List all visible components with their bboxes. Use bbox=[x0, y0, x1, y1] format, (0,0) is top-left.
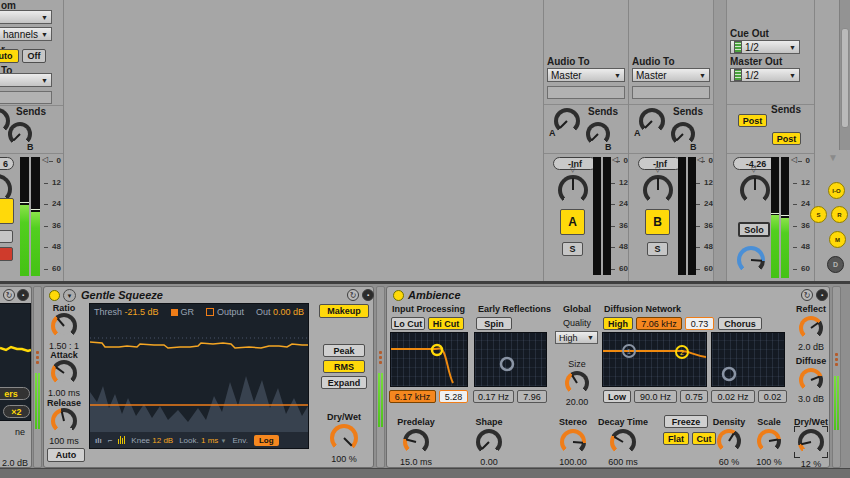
pan-knob[interactable] bbox=[740, 175, 770, 205]
display-pill-top[interactable]: ers bbox=[0, 387, 30, 400]
freeze-button[interactable]: Freeze bbox=[664, 415, 708, 428]
makeup-button[interactable]: Makeup bbox=[319, 304, 369, 318]
diffusion-lo-freq-value[interactable]: 90.0 Hz bbox=[634, 390, 677, 403]
diffusion-hi-freq-value[interactable]: 7.06 kHz bbox=[636, 317, 682, 330]
activity-view-icon[interactable] bbox=[118, 436, 125, 444]
reverb-drywet-knob[interactable] bbox=[798, 429, 824, 455]
input-type-chooser[interactable]: ▼ bbox=[0, 10, 52, 24]
scale-value[interactable]: 100 % bbox=[749, 457, 789, 467]
chorus-xy-pad[interactable] bbox=[711, 332, 785, 387]
flat-button[interactable]: Flat bbox=[663, 432, 689, 445]
diffusion-hi-q-value[interactable]: 0.73 bbox=[685, 317, 714, 330]
scale-knob[interactable] bbox=[757, 429, 781, 453]
scrollbar-thumb[interactable] bbox=[841, 28, 849, 128]
track-activator-button[interactable]: B bbox=[645, 209, 670, 235]
diffuse-knob[interactable] bbox=[799, 368, 823, 392]
master-out-chooser[interactable]: 1/2 ▼ bbox=[730, 68, 800, 82]
send-a-post-button[interactable]: Post bbox=[738, 114, 767, 127]
release-value[interactable]: 100 ms bbox=[44, 436, 84, 446]
release-knob[interactable] bbox=[51, 408, 77, 434]
attack-knob[interactable] bbox=[51, 360, 77, 386]
monitor-auto-button[interactable]: uto bbox=[0, 49, 19, 63]
display-pill-bottom[interactable]: ×2 bbox=[3, 405, 30, 418]
pan-knob[interactable] bbox=[558, 175, 588, 205]
output-legend-icon[interactable] bbox=[206, 308, 214, 316]
track-activator-button[interactable]: A bbox=[560, 209, 585, 235]
audio-to-chooser[interactable]: Master▼ bbox=[547, 68, 625, 82]
solo-button[interactable]: Solo bbox=[738, 222, 770, 237]
chorus-button[interactable]: Chorus bbox=[718, 317, 762, 330]
solo-button[interactable]: S bbox=[562, 242, 583, 256]
env-log-button[interactable]: Log bbox=[254, 435, 279, 446]
input-filter-freq-value[interactable]: 6.17 kHz bbox=[389, 390, 436, 403]
device-power-button[interactable] bbox=[49, 290, 60, 301]
solo-button[interactable]: S bbox=[647, 242, 668, 256]
input-filter-q-value[interactable]: 5.28 bbox=[439, 390, 468, 403]
size-knob[interactable] bbox=[565, 371, 589, 395]
spin-button[interactable]: Spin bbox=[476, 317, 512, 330]
device-title[interactable]: Gentle Squeeze bbox=[81, 289, 163, 301]
drywet-knob[interactable] bbox=[330, 424, 358, 452]
knee-value[interactable]: 12 dB bbox=[152, 436, 173, 445]
arm-record-button[interactable] bbox=[0, 247, 13, 261]
device-power-button[interactable] bbox=[393, 290, 404, 301]
diffuse-value[interactable]: 3.0 dB bbox=[791, 394, 831, 404]
device-title[interactable]: Ambience bbox=[408, 289, 461, 301]
diffusion-low-button[interactable]: Low bbox=[603, 390, 631, 403]
toggle-mixer-button[interactable]: M bbox=[829, 231, 846, 248]
save-preset-icon[interactable]: ▪ bbox=[17, 289, 29, 301]
scroll-down-icon[interactable]: ▼ bbox=[828, 152, 838, 163]
diffusion-high-button[interactable]: High bbox=[603, 317, 633, 330]
decay-time-value[interactable]: 600 ms bbox=[593, 457, 653, 467]
gr-legend-icon[interactable] bbox=[171, 309, 178, 316]
toggle-track-delay-button[interactable]: D bbox=[827, 256, 844, 273]
thresh-value[interactable]: -21.5 dB bbox=[125, 307, 159, 317]
pan-knob[interactable] bbox=[643, 175, 673, 205]
output-legend-label[interactable]: Output bbox=[217, 307, 244, 317]
cut-button[interactable]: Cut bbox=[692, 432, 716, 445]
expand-button[interactable]: Expand bbox=[321, 376, 367, 389]
send-b-post-button[interactable]: Post bbox=[772, 132, 801, 145]
toggle-sends-button[interactable]: S bbox=[810, 206, 827, 223]
hot-swap-icon[interactable]: ↻ bbox=[801, 289, 813, 301]
ratio-knob[interactable] bbox=[51, 313, 77, 339]
peak-button[interactable]: Peak bbox=[323, 344, 365, 357]
scrollbar-track[interactable] bbox=[839, 0, 850, 150]
transfer-curve-view-icon[interactable]: ⌐ bbox=[108, 436, 113, 445]
reflect-knob[interactable] bbox=[799, 316, 823, 340]
input-filter-xy-pad[interactable] bbox=[390, 332, 468, 387]
auto-release-button[interactable]: Auto bbox=[47, 448, 85, 462]
quality-chooser[interactable]: High▼ bbox=[555, 331, 598, 344]
spin-xy-pad[interactable] bbox=[474, 332, 547, 387]
hot-swap-icon[interactable]: ↻ bbox=[3, 289, 15, 301]
stereo-knob[interactable] bbox=[560, 429, 586, 455]
diffusion-filter-xy-pad[interactable]: 1 2 bbox=[602, 332, 707, 387]
shape-knob[interactable] bbox=[476, 429, 502, 455]
send-a-knob[interactable] bbox=[554, 108, 580, 134]
audio-to-chooser[interactable]: Master▼ bbox=[632, 68, 710, 82]
track-activator-button[interactable] bbox=[0, 198, 14, 224]
chorus-rate-value[interactable]: 0.02 Hz bbox=[711, 390, 755, 403]
drywet-value[interactable]: 100 % bbox=[321, 454, 367, 464]
chorus-amount-value[interactable]: 0.02 bbox=[758, 390, 787, 403]
monitor-off-button[interactable]: Off bbox=[22, 49, 46, 63]
param-value-fragment[interactable]: 2.0 dB bbox=[2, 458, 28, 468]
predelay-knob[interactable] bbox=[403, 429, 429, 455]
decay-time-knob[interactable] bbox=[610, 429, 636, 455]
size-value[interactable]: 20.00 bbox=[557, 397, 597, 407]
reflect-value[interactable]: 2.0 dB bbox=[791, 342, 831, 352]
shape-value[interactable]: 0.00 bbox=[469, 457, 509, 467]
cue-out-chooser[interactable]: 1/2 ▼ bbox=[730, 40, 800, 54]
gr-legend-label[interactable]: GR bbox=[181, 307, 195, 317]
hi-cut-button[interactable]: Hi Cut bbox=[428, 317, 464, 330]
output-chooser[interactable]: ▼ bbox=[0, 73, 52, 87]
diffusion-lo-q-value[interactable]: 0.75 bbox=[680, 390, 708, 403]
device-fold-icon[interactable]: ▼ bbox=[63, 289, 76, 302]
density-value[interactable]: 60 % bbox=[707, 457, 751, 467]
lookahead-value[interactable]: 1 ms bbox=[201, 436, 218, 445]
density-knob[interactable] bbox=[717, 429, 741, 453]
toggle-returns-button[interactable]: R bbox=[831, 206, 848, 223]
spin-amount-value[interactable]: 7.96 bbox=[517, 390, 547, 403]
input-channel-chooser[interactable]: hannels▼ bbox=[0, 27, 52, 41]
send-a-knob[interactable] bbox=[639, 108, 665, 134]
